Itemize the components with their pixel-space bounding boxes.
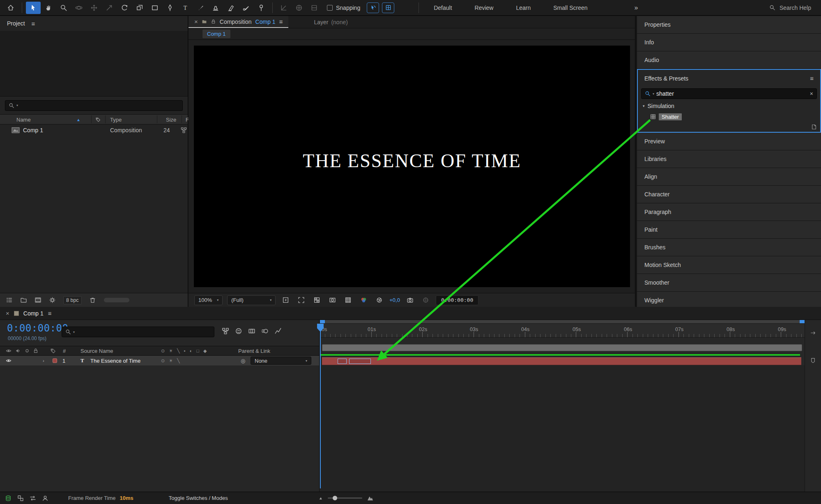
zoom-slider-thumb[interactable] xyxy=(333,496,337,500)
region-of-interest-icon[interactable] xyxy=(296,295,307,305)
lock-column-icon[interactable] xyxy=(33,348,39,354)
composition-canvas[interactable]: THE ESSENCE OF TIME xyxy=(194,46,630,287)
panel-tab-properties[interactable]: Properties xyxy=(637,16,821,34)
comp-breadcrumb-chip[interactable]: Comp 1 xyxy=(202,30,230,38)
dolly-camera-tool[interactable] xyxy=(102,2,117,14)
navigator-start-handle[interactable] xyxy=(320,320,325,323)
project-search-input[interactable]: ▾ xyxy=(5,100,183,111)
snapping-option-cursor-icon[interactable] xyxy=(367,2,379,13)
timeline-track-background[interactable] xyxy=(320,365,805,492)
snapping-toggle[interactable]: Snapping xyxy=(327,5,360,11)
column-header-parent-link[interactable]: Parent & Link xyxy=(238,348,270,354)
mini-flowchart-icon[interactable] xyxy=(222,327,229,335)
exposure-reset-icon[interactable] xyxy=(374,295,385,305)
project-item-comp1[interactable]: Comp 1 Composition 24 xyxy=(0,124,188,136)
solo-column-icon[interactable] xyxy=(24,348,30,354)
audio-column-speaker-icon[interactable] xyxy=(15,348,21,354)
zoom-tool[interactable] xyxy=(56,2,71,14)
grid-guides-icon[interactable] xyxy=(343,295,354,305)
panel-tab-info[interactable]: Info xyxy=(637,34,821,51)
snapping-option-grid-icon[interactable] xyxy=(382,2,394,13)
layer-viewer-tab[interactable]: Layer (none) xyxy=(314,19,348,25)
orbit-camera-tool[interactable] xyxy=(71,2,86,14)
comp-marker-bin-icon[interactable] xyxy=(805,357,821,364)
panel-menu-icon[interactable]: ≡ xyxy=(48,310,52,317)
workspace-learn[interactable]: Learn xyxy=(505,5,542,11)
navigator-end-handle[interactable] xyxy=(800,320,805,323)
panel-tab-paragraph[interactable]: Paragraph xyxy=(637,203,821,221)
comp-navigator-icon[interactable] xyxy=(805,330,821,336)
column-header-type[interactable]: Type xyxy=(110,116,122,122)
puppet-pin-tool[interactable] xyxy=(254,2,269,14)
transparency-grid-icon[interactable] xyxy=(311,295,322,305)
roto-brush-tool[interactable] xyxy=(239,2,253,14)
snapping-checkbox[interactable] xyxy=(327,5,333,11)
frame-blending-icon[interactable] xyxy=(248,327,255,335)
effect-item-shatter[interactable]: Shatter xyxy=(638,111,820,122)
user-profile-icon[interactable] xyxy=(42,495,48,502)
panel-tab-audio[interactable]: Audio xyxy=(637,51,821,69)
timeline-zoom-slider[interactable] xyxy=(328,497,362,499)
column-header-index[interactable]: # xyxy=(63,348,66,354)
list-view-icon[interactable] xyxy=(6,297,13,304)
panel-tab-brushes[interactable]: Brushes xyxy=(637,239,821,256)
brush-tool[interactable] xyxy=(193,2,208,14)
snapshot-camera-icon[interactable] xyxy=(405,295,416,305)
view-axis-mode-icon[interactable] xyxy=(307,2,322,14)
pen-tool[interactable] xyxy=(163,2,177,14)
project-settings-icon[interactable] xyxy=(49,297,56,304)
close-panel-icon[interactable]: × xyxy=(6,310,9,317)
workspace-small-screen[interactable]: Small Screen xyxy=(542,5,598,11)
mask-visibility-icon[interactable] xyxy=(327,295,338,305)
channel-color-icon[interactable] xyxy=(358,295,369,305)
panel-tab-libraries[interactable]: Libraries xyxy=(637,150,821,168)
composition-tab[interactable]: × Composition Comp 1 ≡ xyxy=(189,16,288,28)
toggle-switches-modes-button[interactable]: Toggle Switches / Modes xyxy=(169,495,228,501)
panel-tab-preview[interactable]: Preview xyxy=(637,133,821,150)
pan-camera-tool[interactable] xyxy=(87,2,101,14)
column-header-source-name[interactable]: Source Name xyxy=(80,348,113,354)
twirl-down-icon[interactable]: ▾ xyxy=(643,104,645,108)
workspace-default[interactable]: Default xyxy=(423,5,463,11)
panel-tab-smoother[interactable]: Smoother xyxy=(637,274,821,292)
magnification-dropdown[interactable]: 100% ▾ xyxy=(194,295,223,305)
zoom-in-mountain-icon[interactable] xyxy=(367,495,373,501)
motion-blur-icon[interactable] xyxy=(261,327,269,335)
layer-duration-bar[interactable] xyxy=(322,357,801,365)
workspace-overflow-chevron[interactable]: » xyxy=(628,4,645,12)
work-area-bar[interactable] xyxy=(322,344,802,351)
resolution-dropdown[interactable]: (Full) ▾ xyxy=(227,295,276,305)
clear-search-icon[interactable]: × xyxy=(810,90,813,97)
new-folder-button[interactable] xyxy=(20,297,27,304)
timeline-tab-comp1[interactable]: Comp 1 xyxy=(23,310,44,317)
new-preset-icon[interactable] xyxy=(811,124,817,130)
timeline-search-input[interactable]: ▾ xyxy=(62,327,214,337)
rotation-tool[interactable] xyxy=(117,2,132,14)
clone-stamp-tool[interactable] xyxy=(208,2,223,14)
selection-tool[interactable] xyxy=(26,2,41,14)
fast-previews-icon[interactable] xyxy=(280,295,291,305)
column-header-name[interactable]: Name xyxy=(16,116,31,122)
graph-editor-icon[interactable] xyxy=(274,327,282,335)
viewer-timecode[interactable]: 0:00:00:00 xyxy=(436,295,478,305)
layer-expander-chevron-icon[interactable]: › xyxy=(43,358,44,363)
delete-item-trash-icon[interactable] xyxy=(89,297,96,304)
pan-behind-tool[interactable] xyxy=(132,2,147,14)
render-engine-status-icon[interactable] xyxy=(5,495,11,502)
panel-tab-character[interactable]: Character xyxy=(637,186,821,203)
panel-menu-icon[interactable]: ≡ xyxy=(810,75,814,82)
zoom-out-mountain-icon[interactable] xyxy=(319,496,324,500)
video-column-eye-icon[interactable] xyxy=(6,348,11,354)
panel-tab-effects-presets[interactable]: Effects & Presets ≡ xyxy=(638,70,820,87)
panel-tab-align[interactable]: Align xyxy=(637,168,821,186)
color-depth-toggle[interactable]: 8 bpc xyxy=(63,296,82,304)
parent-pick-whip-icon[interactable]: ◎ xyxy=(241,358,245,364)
transfer-arrows-icon[interactable] xyxy=(30,495,36,502)
type-tool[interactable]: T xyxy=(178,2,193,14)
time-ruler[interactable]: 0s 01s 02s 03s 04s 05s 06s 07s 08s 09s xyxy=(320,324,805,338)
show-snapshot-icon[interactable] xyxy=(420,295,431,305)
home-button[interactable] xyxy=(3,2,18,14)
exposure-value[interactable]: +0,0 xyxy=(389,297,400,303)
workspace-review[interactable]: Review xyxy=(464,5,505,11)
eraser-tool[interactable] xyxy=(223,2,238,14)
